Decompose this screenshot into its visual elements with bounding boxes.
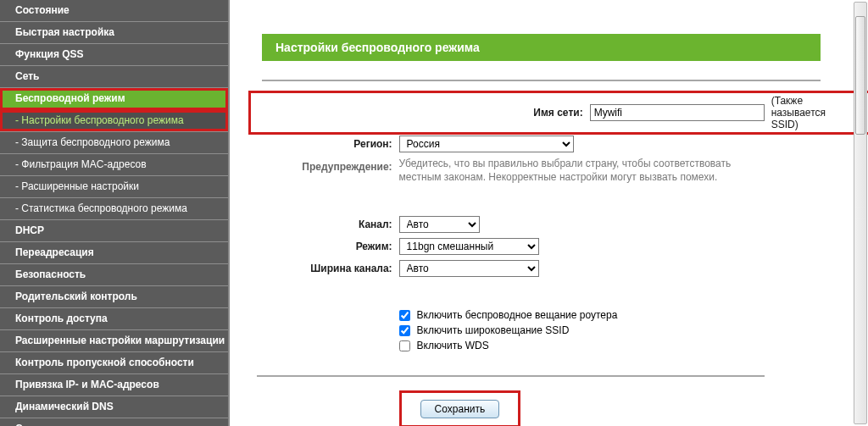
sidebar-item-wireless-stats[interactable]: - Статистика беспроводного режима	[0, 198, 228, 220]
sidebar-item-security[interactable]: Безопасность	[0, 264, 228, 286]
sidebar-item-mac-filtering[interactable]: - Фильтрация MAC-адресов	[0, 154, 228, 176]
sidebar-item-wireless-advanced[interactable]: - Расширенные настройки	[0, 176, 228, 198]
warning-text: Убедитесь, что вы правильно выбрали стра…	[396, 156, 768, 185]
save-button[interactable]: Сохранить	[420, 400, 500, 418]
sidebar-item-wireless[interactable]: Беспроводной режим	[0, 88, 228, 110]
sidebar-item-network[interactable]: Сеть	[0, 66, 228, 88]
width-select[interactable]: Авто	[399, 260, 539, 277]
enable-wds-checkbox[interactable]	[399, 340, 410, 351]
width-label: Ширина канала:	[253, 258, 396, 279]
enable-ssid-label: Включить широковещание SSID	[417, 324, 570, 336]
sidebar-item-wireless-settings[interactable]: - Настройки беспроводного режима	[0, 110, 228, 132]
scrollbar-thumb[interactable]	[855, 16, 865, 135]
sidebar-item-ip-mac-binding[interactable]: Привязка IP- и MAC-адресов	[0, 374, 228, 396]
divider	[262, 80, 821, 81]
channel-select[interactable]: Авто	[399, 216, 480, 233]
enable-ssid-checkbox[interactable]	[399, 325, 410, 336]
region-label: Регион:	[253, 134, 396, 154]
save-highlight: Сохранить	[399, 390, 521, 426]
ssid-input[interactable]	[590, 104, 765, 121]
region-select[interactable]: Россия	[399, 136, 574, 152]
enable-radio-label: Включить беспроводное вещание роутера	[417, 309, 618, 321]
sidebar-item-status[interactable]: Состояние	[0, 0, 228, 22]
mode-select[interactable]: 11bgn смешанный	[399, 238, 539, 255]
mode-label: Режим:	[253, 236, 396, 257]
sidebar-item-wireless-security[interactable]: - Защита беспроводного режима	[0, 132, 228, 154]
page-title: Настройки беспроводного режима	[262, 34, 821, 61]
ssid-label: Имя сети:	[396, 93, 587, 132]
sidebar-item-bandwidth-control[interactable]: Контроль пропускной способности	[0, 352, 228, 374]
enable-radio-checkbox[interactable]	[399, 310, 410, 321]
channel-label: Канал:	[253, 214, 396, 235]
enable-wds-label: Включить WDS	[417, 340, 489, 351]
sidebar-item-access-control[interactable]: Контроль доступа	[0, 308, 228, 330]
vertical-scrollbar[interactable]	[854, 2, 867, 424]
ssid-note: (Также называется SSID)	[768, 93, 829, 132]
sidebar-item-quick-setup[interactable]: Быстрая настройка	[0, 22, 228, 44]
sidebar-item-qss[interactable]: Функция QSS	[0, 44, 228, 66]
sidebar-item-forwarding[interactable]: Переадресация	[0, 242, 228, 264]
warning-label: Предупреждение:	[253, 156, 396, 185]
sidebar-item-dhcp[interactable]: DHCP	[0, 220, 228, 242]
sidebar-item-adv-routing[interactable]: Расширенные настройки маршрутизации	[0, 330, 228, 352]
sidebar-item-system-tools[interactable]: Системные инструменты	[0, 418, 228, 426]
main-panel: Настройки беспроводного режима Имя сети:…	[228, 0, 868, 426]
sidebar-item-ddns[interactable]: Динамический DNS	[0, 396, 228, 418]
sidebar-item-parental-control[interactable]: Родительский контроль	[0, 286, 228, 308]
sidebar: Состояние Быстрая настройка Функция QSS …	[0, 0, 228, 426]
